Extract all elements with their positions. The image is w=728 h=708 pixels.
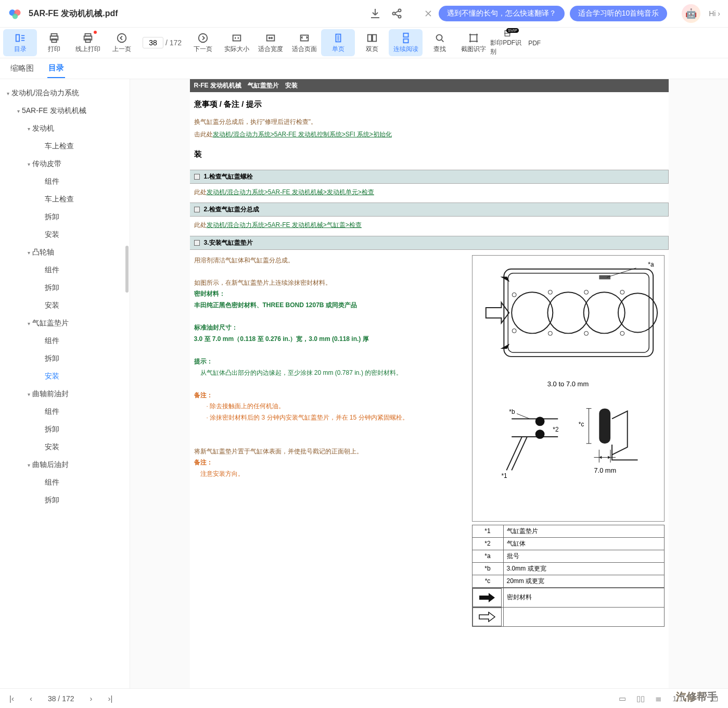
link-step1[interactable]: 发动机/混合动力系统>5AR-FE 发动机机械>发动机单元>检查: [207, 188, 374, 196]
svg-point-33: [620, 290, 624, 294]
link-init[interactable]: 发动机/混合动力系统>5AR-FE 发动机控制系统>SFI 系统>初始化: [213, 131, 392, 138]
svg-point-36: [620, 331, 624, 335]
pdf-page: R-FE 发动机机械 气缸盖垫片 安装 意事项 / 备注 / 提示 换气缸盖分总…: [190, 79, 669, 688]
toc-item[interactable]: 组件: [0, 403, 130, 421]
toc-item[interactable]: 拆卸: [0, 491, 130, 509]
avatar[interactable]: 🤖: [682, 4, 700, 23]
toc-item[interactable]: ▾发动机: [0, 120, 130, 137]
step-2: 2.检查气缸盖分总成: [190, 203, 669, 217]
toc-item[interactable]: 安装: [0, 368, 130, 385]
continuous-button[interactable]: 连续阅读: [389, 29, 423, 56]
document-viewport[interactable]: R-FE 发动机机械 气缸盖垫片 安装 意事项 / 备注 / 提示 换气缸盖分总…: [130, 79, 728, 688]
toc-item[interactable]: 拆卸: [0, 350, 130, 368]
fit-page-button[interactable]: 适合页面: [287, 29, 321, 56]
svg-rect-22: [403, 39, 408, 42]
collapse-icon[interactable]: [194, 174, 200, 180]
toc-item[interactable]: ▾曲轴前油封: [0, 385, 130, 403]
double-page-button[interactable]: 双页: [355, 29, 389, 56]
intro-line: 换气缸盖分总成后，执行"修理后进行检查"。: [190, 117, 669, 129]
online-print-button[interactable]: 线上打印: [71, 29, 105, 56]
view-cont-icon[interactable]: ≣: [655, 694, 662, 703]
toc-item[interactable]: 安装: [0, 438, 130, 456]
svg-rect-6: [16, 34, 19, 41]
proc-title: 装: [190, 142, 669, 167]
page-indicator: / 172: [138, 37, 186, 48]
svg-text:*b: *b: [509, 408, 515, 415]
svg-line-48: [517, 414, 530, 419]
toc-item[interactable]: 安装: [0, 226, 130, 244]
toc-button[interactable]: 目录: [3, 29, 37, 56]
svg-text:7.0 mm: 7.0 mm: [594, 466, 616, 474]
svg-rect-21: [403, 33, 408, 36]
gasket-diagram: *a: [476, 259, 661, 377]
toc-item[interactable]: 拆卸: [0, 421, 130, 438]
download-icon[interactable]: [369, 7, 381, 20]
prev-icon[interactable]: ‹: [30, 694, 32, 703]
step3-text: 用溶剂清洁气缸体和气缸盖分总成。 如图所示，在新气缸盖垫片上连续涂抹密封材料。 …: [194, 255, 463, 627]
view-single-icon[interactable]: ▭: [619, 694, 626, 703]
scan-pdf-button[interactable]: SVIP影印PDF识别: [490, 29, 524, 56]
step-1: 1.检查气缸盖螺栓: [190, 170, 669, 184]
toc-item[interactable]: ▾传动皮带: [0, 155, 130, 173]
legend-table: *1气缸盖垫片*2气缸体*a批号*b3.0mm 或更宽*c20mm 或更宽: [472, 525, 665, 588]
collapse-icon[interactable]: [194, 207, 200, 212]
last-page-icon[interactable]: ›|: [108, 694, 113, 703]
close-icon[interactable]: [423, 8, 433, 19]
legend-row: *b3.0mm 或更宽: [472, 562, 664, 575]
step-3: 3.安装气缸盖垫片: [190, 236, 669, 250]
pdf-button[interactable]: PDF: [524, 29, 545, 56]
toc-item[interactable]: 车上检查: [0, 191, 130, 208]
legend-row: *2气缸体: [472, 537, 664, 550]
actual-size-button[interactable]: 实际大小: [220, 29, 253, 56]
svg-point-38: [512, 328, 516, 333]
page-input[interactable]: [143, 37, 163, 48]
promo-pill-1[interactable]: 遇到不懂的长句，怎么快速翻译？: [439, 6, 565, 21]
toc-item[interactable]: 拆卸: [0, 279, 130, 297]
crop-ocr-button[interactable]: 截图识字: [456, 29, 490, 56]
page-label: 38 / 172: [48, 694, 74, 703]
toc-sidebar[interactable]: ▾发动机/混合动力系统▾5AR-FE 发动机机械▾发动机车上检查▾传动皮带组件车…: [0, 79, 130, 688]
svg-rect-19: [367, 34, 371, 41]
svg-point-31: [548, 290, 552, 294]
share-icon[interactable]: [391, 7, 403, 20]
legend-row: *c20mm 或更宽: [472, 575, 664, 587]
view-double-icon[interactable]: ▯▯: [636, 694, 645, 703]
prev-page-button[interactable]: 上一页: [105, 29, 138, 56]
tab-toc[interactable]: 目录: [47, 59, 65, 78]
intro-link-line: 击此处发动机/混合动力系统>5AR-FE 发动机控制系统>SFI 系统>初始化: [190, 129, 669, 142]
find-button[interactable]: 查找: [423, 29, 456, 56]
toc-item[interactable]: 组件: [0, 332, 130, 350]
toc-item[interactable]: ▾曲轴后油封: [0, 456, 130, 474]
print-button[interactable]: 打印: [37, 29, 71, 56]
promo-pill-2[interactable]: 适合学习听的10首纯音乐: [570, 6, 668, 21]
gasket-figure: *a 3.0 to 7.0 mm *b: [472, 255, 665, 522]
collapse-icon[interactable]: [194, 240, 200, 246]
svg-text:*1: *1: [501, 472, 507, 479]
toc-item[interactable]: 车上检查: [0, 137, 130, 155]
link-step2[interactable]: 发动机/混合动力系统>5AR-FE 发动机机械>气缸盖>检查: [207, 221, 362, 229]
toc-item[interactable]: ▾凸轮轴: [0, 244, 130, 261]
toc-item[interactable]: 安装: [0, 297, 130, 314]
titlebar: 5AR-FE 发动机机械.pdf 遇到不懂的长句，怎么快速翻译？ 适合学习听的1…: [0, 0, 728, 27]
toc-item[interactable]: 组件: [0, 173, 130, 191]
app-logo: [8, 6, 22, 21]
toc-item[interactable]: ▾气缸盖垫片: [0, 314, 130, 332]
next-page-button[interactable]: 下一页: [186, 29, 220, 56]
scrollbar-thumb[interactable]: [125, 246, 129, 293]
tab-thumbnails[interactable]: 缩略图: [9, 59, 35, 78]
next-icon[interactable]: ›: [90, 694, 93, 703]
svg-point-32: [584, 290, 588, 294]
svg-rect-26: [508, 273, 649, 352]
svg-point-28: [547, 292, 589, 333]
fit-width-button[interactable]: 适合宽度: [253, 29, 287, 56]
bottombar: |‹ ‹ 38 / 172 › ›| ▭ ▯▯ ≣ 1:1 ↔ ⊡: [0, 688, 728, 708]
first-page-icon[interactable]: |‹: [9, 694, 14, 703]
single-page-button[interactable]: 单页: [321, 29, 355, 56]
toc-item[interactable]: 组件: [0, 261, 130, 279]
toc-item[interactable]: ▾发动机/混合动力系统: [0, 84, 130, 102]
toc-item[interactable]: ▾5AR-FE 发动机机械: [0, 102, 130, 120]
svg-rect-25: [504, 269, 653, 356]
toc-item[interactable]: 组件: [0, 474, 130, 491]
svg-rect-39: [599, 275, 610, 279]
toc-item[interactable]: 拆卸: [0, 208, 130, 226]
